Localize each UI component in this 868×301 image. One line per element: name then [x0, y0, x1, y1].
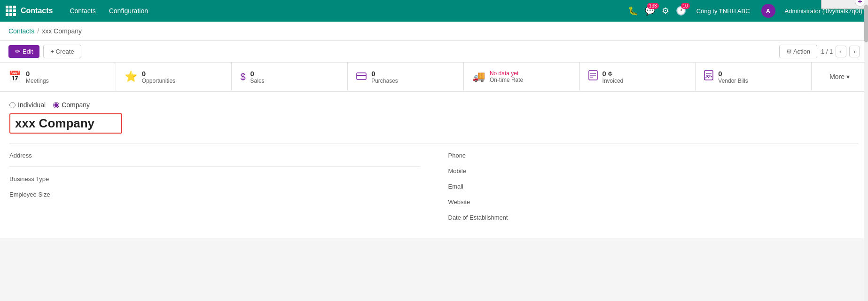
create-button[interactable]: + Create — [43, 45, 81, 58]
email-row: Email — [448, 182, 859, 190]
business-type-label: Business Type — [9, 174, 85, 182]
vendor-bills-icon — [704, 70, 713, 83]
contact-type-row: Individual Company — [9, 101, 859, 109]
stat-sales[interactable]: $ 0 Sales — [232, 63, 348, 91]
company-radio-label[interactable]: Company — [53, 101, 90, 109]
stat-bar: 📅 0 Meetings ⭐ 0 Opportunities $ 0 Sales — [0, 63, 868, 92]
menu-contacts[interactable]: Contacts — [64, 5, 101, 16]
form-right: Phone Mobile Email Website Date of Estab… — [448, 151, 859, 229]
meetings-label: Meetings — [26, 78, 49, 84]
breadcrumb-parent[interactable]: Contacts — [8, 27, 34, 35]
phone-row: Phone — [448, 151, 859, 159]
avatar[interactable]: A — [761, 4, 775, 18]
dollar-icon: $ — [240, 71, 245, 82]
main-content: Individual Company xxx Company 📷 + — [0, 92, 868, 238]
website-label: Website — [448, 198, 524, 206]
address-row: Address — [9, 151, 420, 159]
star-icon: ⭐ — [125, 71, 137, 83]
more-label: More ▾ — [829, 73, 850, 80]
chat-icon[interactable]: 💬 133 — [645, 6, 655, 16]
pagination: 1 / 1 ‹ › — [821, 46, 860, 57]
clock-badge: 10 — [681, 3, 690, 9]
website-row: Website — [448, 198, 859, 206]
individual-radio[interactable] — [9, 102, 16, 108]
calendar-icon: 📅 — [8, 71, 21, 83]
topnav: Contacts Contacts Configuration 🐛 💬 133 … — [0, 0, 868, 22]
stat-vendor-bills[interactable]: 0 Vendor Bills — [696, 63, 812, 91]
bug-icon[interactable]: 🐛 — [628, 6, 638, 16]
stat-opportunities[interactable]: ⭐ 0 Opportunities — [116, 63, 232, 91]
stat-ontime[interactable]: 🚚 No data yet On-time Rate — [464, 63, 580, 91]
prev-button[interactable]: ‹ — [836, 46, 846, 57]
invoice-icon — [588, 70, 598, 83]
business-type-row: Business Type — [9, 174, 420, 182]
invoiced-label: Invoiced — [602, 78, 624, 84]
stat-invoiced[interactable]: 0 ¢ Invoiced — [580, 63, 696, 91]
ontime-nodata: No data yet — [490, 70, 523, 77]
clock-icon[interactable]: 🕐 10 — [676, 6, 686, 16]
company-radio[interactable] — [53, 102, 59, 108]
employee-size-row: Employee Size — [9, 190, 420, 198]
chat-badge: 133 — [647, 3, 659, 9]
grid-icon[interactable] — [6, 6, 16, 16]
vendor-bills-label: Vendor Bills — [718, 78, 748, 84]
next-button[interactable]: › — [849, 46, 860, 57]
employee-size-label: Employee Size — [9, 190, 85, 198]
purchases-label: Purchases — [371, 78, 398, 84]
phone-label: Phone — [448, 151, 524, 159]
menu-configuration[interactable]: Configuration — [103, 5, 154, 16]
credit-card-icon — [356, 71, 367, 83]
avatar-upload[interactable]: 📷 + — [821, 0, 868, 9]
invoiced-count: 0 ¢ — [602, 70, 624, 78]
sales-label: Sales — [250, 78, 265, 84]
purchases-count: 0 — [371, 70, 398, 78]
meetings-count: 0 — [26, 70, 49, 78]
stat-more[interactable]: More ▾ — [812, 63, 868, 91]
scrollbar[interactable] — [864, 0, 868, 238]
contact-name[interactable]: xxx Company — [9, 113, 122, 134]
breadcrumb: Contacts / xxx Company — [0, 22, 868, 41]
stat-purchases[interactable]: 0 Purchases — [348, 63, 464, 91]
mobile-label: Mobile — [448, 166, 524, 174]
action-button[interactable]: ⚙ Action — [779, 45, 817, 58]
action-bar: ✏ Edit + Create ⚙ Action 1 / 1 ‹ › — [0, 41, 868, 63]
email-label: Email — [448, 182, 524, 190]
date-establishment-label: Date of Establishment — [448, 213, 524, 221]
scroll-thumb[interactable] — [864, 5, 868, 42]
breadcrumb-current: xxx Company — [42, 27, 82, 35]
form-left: Address Business Type Employee Size — [9, 151, 420, 229]
company-name: Công ty TNHH ABC — [696, 8, 750, 15]
stat-meetings[interactable]: 📅 0 Meetings — [0, 63, 116, 91]
avatar-add-icon: + — [855, 0, 865, 7]
sales-count: 0 — [250, 70, 265, 78]
opportunities-count: 0 — [142, 70, 175, 78]
address-label: Address — [9, 151, 85, 159]
opportunities-label: Opportunities — [142, 78, 175, 84]
edit-button[interactable]: ✏ Edit — [8, 45, 39, 58]
mobile-row: Mobile — [448, 166, 859, 174]
contact-name-wrapper: xxx Company — [9, 113, 122, 134]
truck-icon: 🚚 — [472, 71, 485, 83]
topnav-menu: Contacts Configuration — [64, 5, 154, 16]
app-name: Contacts — [21, 7, 53, 15]
svg-rect-1 — [357, 75, 366, 76]
edit-icon: ✏ — [15, 48, 20, 55]
ontime-label: On-time Rate — [490, 77, 523, 83]
settings-icon[interactable]: ⚙ — [662, 6, 669, 16]
individual-radio-label[interactable]: Individual — [9, 101, 46, 109]
date-establishment-row: Date of Establishment — [448, 213, 859, 221]
vendor-bills-count: 0 — [718, 70, 748, 78]
breadcrumb-separator: / — [37, 27, 39, 35]
